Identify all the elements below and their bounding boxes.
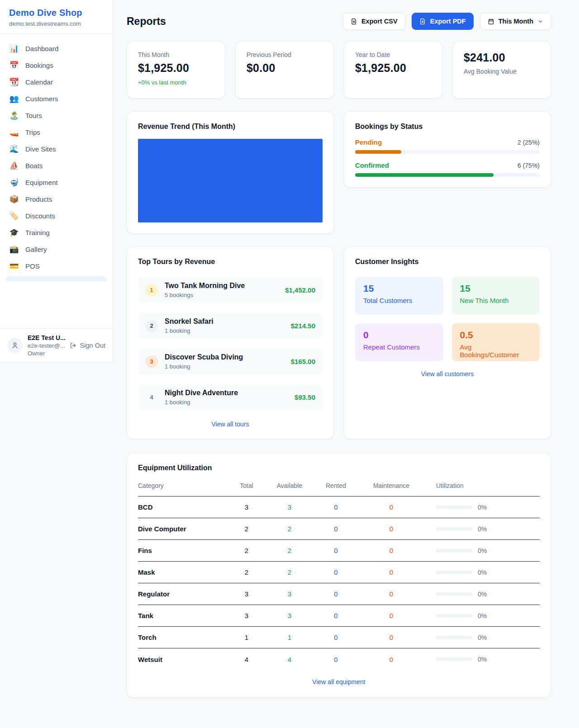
- customer-insights-card: Customer Insights 15 Total Customers 15 …: [344, 246, 551, 439]
- export-pdf-button[interactable]: Export PDF: [412, 13, 474, 30]
- bookings-by-status-card: Bookings by Status Pending 2 (25%) Confi…: [344, 111, 551, 188]
- sign-out-label: Sign Out: [80, 342, 105, 349]
- stat-delta: +0% vs last month: [138, 79, 214, 86]
- sidebar-item-label: Tours: [25, 112, 42, 119]
- cell-utilization: 0%: [425, 656, 540, 663]
- calendar-17-icon: 📅: [9, 61, 19, 69]
- cell-utilization: 0%: [425, 504, 540, 511]
- tour-amount: $165.00: [291, 358, 315, 365]
- cell-utilization: 0%: [425, 569, 540, 576]
- status-row-pending: Pending 2 (25%): [355, 138, 540, 154]
- status-bar-track: [355, 173, 540, 177]
- cell-rented: 0: [314, 503, 357, 511]
- table-row: BCD 3 3 0 0 0%: [138, 496, 540, 518]
- cell-total: 3: [228, 590, 265, 598]
- stat-value: $0.00: [247, 61, 323, 75]
- tour-name: Snorkel Safari: [165, 317, 214, 326]
- sidebar-item-label: Boats: [25, 162, 43, 170]
- stat-card-this-month: This Month $1,925.00 +0% vs last month: [127, 41, 225, 99]
- tile-value: 0: [363, 330, 435, 340]
- sidebar-item-trips[interactable]: 🚤 Trips: [0, 124, 113, 141]
- sidebar-item-label: Discounts: [25, 212, 55, 220]
- status-label: Confirmed: [355, 161, 389, 169]
- view-all-equipment-link[interactable]: View all equipment: [138, 678, 540, 685]
- cell-available: 1: [265, 633, 314, 641]
- cell-maintenance: 0: [357, 612, 425, 619]
- wave-icon: 🌊: [9, 145, 19, 153]
- tour-amount: $93.50: [294, 393, 315, 401]
- utilization-pct: 0%: [478, 591, 487, 598]
- col-utilization: Utilization: [425, 482, 540, 489]
- stat-card-previous-period: Previous Period $0.00: [235, 41, 334, 99]
- sidebar-item-calendar[interactable]: 📆 Calendar: [0, 74, 113, 90]
- table-row: Wetsuit 4 4 0 0 0%: [138, 648, 540, 670]
- rank-badge: 4: [145, 391, 158, 404]
- sidebar-item-customers[interactable]: 👥 Customers: [0, 90, 113, 107]
- tile-repeat-customers: 0 Repeat Customers: [355, 323, 443, 361]
- calendar-icon: 📆: [9, 78, 19, 86]
- cell-maintenance: 0: [357, 568, 425, 576]
- user-email: e2e-tester@...: [28, 342, 65, 349]
- top-tours-card: Top Tours by Revenue 1 Two Tank Morning …: [127, 246, 334, 439]
- sidebar-item-products[interactable]: 📦 Products: [0, 191, 113, 208]
- sidebar-item-tours[interactable]: 🏝️ Tours: [0, 107, 113, 124]
- sidebar-item-boats[interactable]: ⛵ Boats: [0, 157, 113, 174]
- sidebar-item-pos[interactable]: 💳 POS: [0, 258, 113, 274]
- col-rented: Rented: [314, 482, 357, 489]
- cell-utilization: 0%: [425, 634, 540, 641]
- sidebar-item-label: Gallery: [25, 246, 47, 253]
- tour-amount: $1,452.00: [285, 286, 315, 294]
- cell-total: 3: [228, 612, 265, 619]
- cell-rented: 0: [314, 656, 357, 663]
- status-bar-track: [355, 150, 540, 154]
- sign-out-button[interactable]: Sign Out: [70, 342, 105, 349]
- table-row: Fins 2 2 0 0 0%: [138, 540, 540, 562]
- revenue-trend-card: Revenue Trend (This Month): [127, 111, 334, 234]
- cell-available: 2: [265, 525, 314, 533]
- utilization-bar-track: [436, 549, 472, 553]
- table-row: Dive Computer 2 2 0 0 0%: [138, 518, 540, 540]
- table-row: Tank 3 3 0 0 0%: [138, 605, 540, 627]
- cell-available: 3: [265, 503, 314, 511]
- sidebar-item-gallery[interactable]: 📸 Gallery: [0, 241, 113, 258]
- stat-label: This Month: [138, 51, 214, 58]
- sidebar-item-dashboard[interactable]: 📊 Dashboard: [0, 40, 113, 57]
- sidebar-item-training[interactable]: 🎓 Training: [0, 224, 113, 241]
- shop-name: Demo Dive Shop: [9, 8, 104, 18]
- sidebar-item-label: Equipment: [25, 179, 58, 186]
- sidebar-item-reports-active-partial[interactable]: [5, 276, 107, 282]
- period-dropdown[interactable]: This Month: [480, 13, 551, 30]
- sidebar-item-equipment[interactable]: 🤿 Equipment: [0, 174, 113, 191]
- utilization-bar-track: [436, 592, 472, 596]
- tour-bookings: 5 bookings: [165, 292, 245, 298]
- cell-available: 3: [265, 612, 314, 619]
- sidebar-item-dive-sites[interactable]: 🌊 Dive Sites: [0, 141, 113, 157]
- camera-icon: 📸: [9, 246, 19, 253]
- sidebar-nav: 📊 Dashboard 📅 Bookings 📆 Calendar 👥 Cust…: [0, 34, 113, 282]
- cell-maintenance: 0: [357, 656, 425, 663]
- utilization-pct: 0%: [478, 547, 487, 554]
- tour-amount: $214.50: [291, 322, 315, 330]
- sign-out-icon: [70, 342, 77, 349]
- package-icon: 📦: [9, 195, 19, 203]
- cell-rented: 0: [314, 525, 357, 533]
- stat-value: $1,925.00: [355, 61, 431, 75]
- view-all-tours-link[interactable]: View all tours: [138, 421, 323, 428]
- tile-value: 15: [363, 283, 435, 294]
- sidebar-item-bookings[interactable]: 📅 Bookings: [0, 57, 113, 74]
- diving-mask-icon: 🤿: [9, 179, 19, 186]
- main-content: Reports Export CSV Export PDF: [113, 0, 579, 698]
- sidebar-item-label: Trips: [25, 128, 40, 136]
- stat-label: Avg Booking Value: [464, 68, 540, 75]
- export-csv-button[interactable]: Export CSV: [343, 13, 405, 30]
- status-count: 2 (25%): [517, 139, 540, 146]
- cell-utilization: 0%: [425, 591, 540, 598]
- insight-tiles: 15 Total Customers 15 New This Month 0 R…: [355, 277, 540, 361]
- customer-insights-title: Customer Insights: [355, 258, 540, 266]
- utilization-bar-track: [436, 636, 472, 639]
- sidebar-item-discounts[interactable]: 🏷️ Discounts: [0, 208, 113, 224]
- credit-card-icon: 💳: [9, 262, 19, 270]
- view-all-customers-link[interactable]: View all customers: [355, 370, 540, 378]
- tile-label: Total Customers: [363, 297, 435, 304]
- equipment-table-header: Category Total Available Rented Maintena…: [138, 482, 540, 496]
